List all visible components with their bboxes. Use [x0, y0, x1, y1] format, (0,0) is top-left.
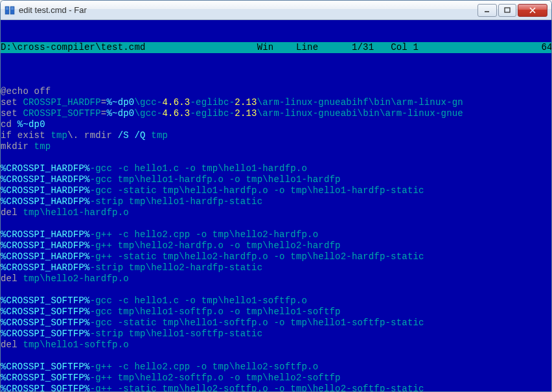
code-token: cd [1, 119, 17, 130]
code-token: %CROSSPI_HARDFP% [1, 251, 90, 262]
code-token: %CROSSPI_SOFTFP% [1, 295, 90, 306]
code-line[interactable]: set CROSSPI_SOFTFP=%~dp0\gcc-4.6.3-eglib… [1, 108, 551, 119]
code-token: -g++ tmp\hello2-softfp.o -o tmp\hello2-s… [90, 373, 341, 383]
code-token: %CROSSPI_HARDFP% [1, 185, 90, 196]
code-line[interactable] [1, 218, 551, 229]
code-line[interactable]: del tmp\hello1-softfp.o [1, 340, 551, 351]
code-token: @echo off [1, 86, 51, 97]
code-line[interactable]: %CROSSPI_SOFTFP%-g++ tmp\hello2-softfp.o… [1, 373, 551, 384]
code-token: -g++ -c hello2.cpp -o tmp\hello2-hardfp.… [90, 229, 319, 240]
editor-area[interactable]: D:\cross-compiler\test.cmd Win Line 1/31… [1, 20, 551, 391]
code-token: %CROSSPI_SOFTFP% [1, 384, 90, 391]
code-line[interactable]: %CROSSPI_SOFTFP%-gcc -c hello1.c -o tmp\… [1, 295, 551, 306]
code-line[interactable]: set CROSSPI_HARDFP=%~dp0\gcc-4.6.3-eglib… [1, 97, 551, 108]
code-token: CROSSPI_HARDFP [23, 97, 100, 108]
code-line[interactable]: if exist tmp\. rmdir /S /Q tmp [1, 130, 551, 141]
code-token: %CROSSPI_HARDFP% [1, 240, 90, 251]
code-line[interactable]: %CROSSPI_HARDFP%-gcc -static tmp\hello1-… [1, 185, 551, 196]
code-token [146, 130, 152, 141]
code-token: tmp [34, 141, 51, 152]
code-token: \arm-linux-gnueabihf\bin\arm-linux-gn [257, 97, 463, 108]
status-path: D:\cross-compiler\test.cmd [1, 42, 146, 52]
code-token: set [1, 108, 23, 119]
code-line[interactable] [1, 284, 551, 295]
code-token: 2.13 [235, 108, 257, 119]
code-token: %CROSSPI_HARDFP% [1, 262, 90, 273]
code-token: tmp\hello2-hardfp.o [23, 273, 128, 284]
code-token: 4.6.3 [162, 108, 190, 119]
app-icon [5, 5, 15, 16]
minimize-button[interactable] [477, 4, 497, 17]
window-controls [477, 4, 547, 17]
code-line[interactable]: %CROSSPI_HARDFP%-g++ tmp\hello2-hardfp.o… [1, 240, 551, 251]
code-line[interactable]: %CROSSPI_HARDFP%-gcc tmp\hello1-hardfp.o… [1, 174, 551, 185]
code-token: %CROSSPI_SOFTFP% [1, 362, 90, 372]
close-button[interactable] [518, 4, 547, 17]
code-token: -g++ -static tmp\hello2-softfp.o -o tmp\… [90, 384, 424, 391]
code-token: -gcc tmp\hello1-hardfp.o -o tmp\hello1-h… [90, 174, 341, 185]
code-line[interactable]: %CROSSPI_HARDFP%-g++ -static tmp\hello2-… [1, 251, 551, 262]
code-line[interactable]: %CROSSPI_HARDFP%-gcc -c hello1.c -o tmp\… [1, 163, 551, 174]
status-col: Col 1 [391, 42, 419, 52]
code-token: \gcc- [134, 108, 162, 119]
code-token: -gcc -c hello1.c -o tmp\hello1-softfp.o [90, 295, 307, 306]
code-line[interactable]: mkdir tmp [1, 141, 551, 152]
code-token: -strip tmp\hello2-hardfp-static [90, 262, 263, 273]
code-token: /S /Q [118, 130, 146, 141]
code-line[interactable]: cd %~dp0 [1, 119, 551, 130]
code-token: -gcc -c hello1.c -o tmp\hello1-hardfp.o [90, 163, 307, 174]
titlebar[interactable]: edit test.cmd - Far [1, 1, 551, 20]
code-line[interactable]: %CROSSPI_SOFTFP%-gcc tmp\hello1-softfp.o… [1, 306, 551, 317]
window-title: edit test.cmd - Far [19, 5, 477, 15]
code-line[interactable] [1, 351, 551, 362]
code-token: -strip tmp\hello1-softfp-static [90, 329, 263, 339]
code-token: tmp [151, 130, 168, 141]
code-line[interactable]: del tmp\hello2-hardfp.o [1, 273, 551, 284]
code-line[interactable]: @echo off [1, 86, 551, 97]
code-token: %CROSSPI_SOFTFP% [1, 317, 90, 328]
code-token: %CROSSPI_HARDFP% [1, 229, 90, 240]
code-token: CROSSPI_SOFTFP [23, 108, 100, 119]
code-token: tmp [51, 130, 67, 141]
code-line[interactable]: %CROSSPI_HARDFP%-strip tmp\hello2-hardfp… [1, 262, 551, 273]
code-token: %CROSSPI_HARDFP% [1, 196, 90, 207]
code-token: %CROSSPI_SOFTFP% [1, 306, 90, 317]
code-token: %CROSSPI_SOFTFP% [1, 329, 90, 339]
code-line[interactable]: %CROSSPI_SOFTFP%-gcc -static tmp\hello1-… [1, 317, 551, 329]
maximize-button[interactable] [498, 4, 516, 17]
code-token: del [1, 207, 23, 218]
code-token: del [1, 340, 23, 350]
code-token: -gcc -static tmp\hello1-hardfp.o -o tmp\… [90, 185, 424, 196]
code-token: -strip tmp\hello1-hardfp-static [90, 196, 263, 207]
code-token: -g++ tmp\hello2-hardfp.o -o tmp\hello2-h… [90, 240, 341, 251]
code-line[interactable]: %CROSSPI_SOFTFP%-g++ -c hello2.cpp -o tm… [1, 362, 551, 373]
code-token: %CROSSPI_HARDFP% [1, 163, 90, 174]
code-line[interactable]: %CROSSPI_SOFTFP%-g++ -static tmp\hello2-… [1, 384, 551, 391]
code-line[interactable]: del tmp\hello1-hardfp.o [1, 207, 551, 218]
code-line[interactable]: %CROSSPI_SOFTFP%-strip tmp\hello1-softfp… [1, 329, 551, 340]
code-token: %CROSSPI_SOFTFP% [1, 373, 90, 383]
code-line[interactable]: %CROSSPI_HARDFP%-g++ -c hello2.cpp -o tm… [1, 229, 551, 240]
code-token: \arm-linux-gnueabi\bin\arm-linux-gnue [257, 108, 463, 119]
code-token: tmp\hello1-softfp.o [23, 340, 128, 350]
code-token: if exist [1, 130, 51, 141]
code-token: tmp\hello1-hardfp.o [23, 207, 128, 218]
status-line-pos: 1/31 [352, 42, 374, 52]
svg-rect-7 [505, 8, 510, 12]
code-content[interactable]: @echo offset CROSSPI_HARDFP=%~dp0\gcc-4.… [1, 86, 551, 391]
code-token: %~dp0 [106, 108, 134, 119]
status-right: 64 [541, 42, 551, 52]
status-platform: Win [257, 42, 274, 52]
code-token: -gcc -static tmp\hello1-softfp.o -o tmp\… [90, 317, 424, 328]
code-token: \gcc- [134, 97, 162, 108]
editor-statusbar: D:\cross-compiler\test.cmd Win Line 1/31… [1, 42, 551, 53]
code-token: 4.6.3 [162, 97, 190, 108]
code-token: %~dp0 [17, 119, 45, 130]
code-token: -eglibc- [190, 108, 235, 119]
code-token: -g++ -c hello2.cpp -o tmp\hello2-softfp.… [90, 362, 319, 372]
code-token: 2.13 [235, 97, 257, 108]
code-token: -eglibc- [190, 97, 235, 108]
code-line[interactable] [1, 152, 551, 163]
code-line[interactable]: %CROSSPI_HARDFP%-strip tmp\hello1-hardfp… [1, 196, 551, 207]
app-window: edit test.cmd - Far D:\cross-compiler\te… [0, 0, 552, 392]
